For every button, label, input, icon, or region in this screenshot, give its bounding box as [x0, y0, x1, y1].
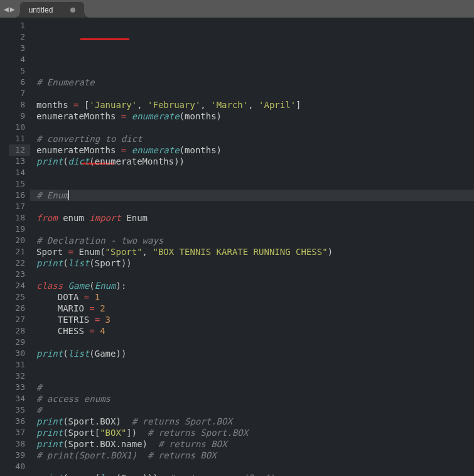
code-line[interactable] [30, 359, 474, 371]
line-number[interactable]: 31 [9, 359, 30, 371]
dirty-indicator-icon [70, 8, 75, 13]
code-line[interactable]: # [30, 382, 474, 393]
editor-area[interactable]: 1234567891011121314151617181920212223242… [0, 18, 474, 476]
code-line[interactable]: # print(Sport.BOX1) # returns BOX [30, 450, 474, 461]
line-number[interactable]: 6 [9, 77, 30, 88]
code-line[interactable] [30, 337, 474, 348]
line-number[interactable]: 22 [9, 257, 30, 269]
file-tab[interactable]: untitled [20, 2, 85, 18]
line-number[interactable]: 34 [9, 393, 30, 404]
code-line[interactable] [30, 201, 474, 212]
line-number[interactable]: 10 [9, 122, 30, 133]
code-line[interactable] [30, 371, 474, 382]
line-number[interactable]: 16 [9, 190, 30, 201]
code-line[interactable]: # Enum [30, 190, 474, 201]
annotation-underline [80, 38, 129, 40]
line-number[interactable]: 3 [9, 43, 30, 54]
code-line[interactable] [30, 88, 474, 99]
line-number[interactable]: 14 [9, 167, 30, 178]
code-line[interactable] [30, 224, 474, 235]
code-line[interactable]: TETRIS = 3 [30, 314, 474, 325]
tab-title: untitled [29, 6, 53, 14]
line-number[interactable]: 17 [9, 201, 30, 212]
code-line[interactable] [30, 167, 474, 178]
line-number[interactable]: 28 [9, 325, 30, 337]
line-number[interactable]: 19 [9, 224, 30, 235]
code-content[interactable]: # Enumeratemonths = ['January', 'Februar… [30, 18, 474, 476]
code-line[interactable]: print(range(len(Game))) # return range(0… [30, 472, 474, 476]
code-line[interactable]: # converting to dict [30, 133, 474, 144]
line-number[interactable]: 33 [9, 382, 30, 393]
line-number[interactable]: 38 [9, 438, 30, 450]
line-number[interactable]: 11 [9, 133, 30, 144]
code-line[interactable]: print(dict(enumerateMonths)) [30, 156, 474, 167]
code-line[interactable]: DOTA = 1 [30, 291, 474, 303]
line-number[interactable]: 23 [9, 269, 30, 280]
code-line[interactable]: print(list(Sport)) [30, 257, 474, 269]
line-number[interactable]: 5 [9, 65, 30, 77]
code-line[interactable]: CHESS = 4 [30, 325, 474, 337]
text-cursor [68, 190, 69, 200]
line-number[interactable]: 20 [9, 235, 30, 246]
code-line[interactable]: print(Sport.BOX.name) # returns BOX [30, 438, 474, 450]
code-line[interactable]: # [30, 404, 474, 416]
line-number[interactable]: 36 [9, 416, 30, 427]
breakpoint-gutter[interactable] [0, 18, 9, 476]
code-line[interactable] [30, 461, 474, 472]
tab-bar: ◀ ▶ untitled [0, 0, 474, 18]
line-number[interactable]: 30 [9, 348, 30, 359]
code-line[interactable] [30, 178, 474, 190]
line-number[interactable]: 26 [9, 303, 30, 314]
code-line[interactable]: # Declaration - two ways [30, 235, 474, 246]
line-number[interactable]: 12 [9, 144, 30, 156]
code-line[interactable] [30, 269, 474, 280]
code-line[interactable]: class Game(Enum): [30, 280, 474, 291]
line-number[interactable]: 32 [9, 371, 30, 382]
line-number[interactable]: 15 [9, 178, 30, 190]
code-line[interactable]: # Enumerate [30, 77, 474, 88]
line-number[interactable]: 13 [9, 156, 30, 167]
line-number[interactable]: 37 [9, 427, 30, 438]
line-number[interactable]: 18 [9, 212, 30, 224]
code-line[interactable] [30, 122, 474, 133]
tab-nav-prev-icon[interactable]: ◀ [4, 4, 9, 14]
code-line[interactable]: print(list(Game)) [30, 348, 474, 359]
line-number[interactable]: 40 [9, 461, 30, 472]
code-line[interactable]: enumerateMonths = enumerate(months) [30, 111, 474, 122]
code-line[interactable]: MARIO = 2 [30, 303, 474, 314]
code-line[interactable] [30, 65, 474, 77]
line-number[interactable]: 24 [9, 280, 30, 291]
line-number[interactable]: 1 [9, 20, 30, 31]
code-line[interactable]: enumerateMonths = enumerate(months) [30, 144, 474, 156]
line-number[interactable]: 2 [9, 31, 30, 43]
code-line[interactable]: from enum import Enum [30, 212, 474, 224]
line-number[interactable]: 7 [9, 88, 30, 99]
line-number-gutter[interactable]: 1234567891011121314151617181920212223242… [9, 18, 30, 476]
code-line[interactable]: months = ['January', 'February', 'March'… [30, 99, 474, 111]
line-number[interactable]: 9 [9, 111, 30, 122]
line-number[interactable]: 8 [9, 99, 30, 111]
line-number[interactable]: 4 [9, 54, 30, 65]
line-number[interactable]: 29 [9, 337, 30, 348]
line-number[interactable]: 25 [9, 291, 30, 303]
line-number[interactable]: 35 [9, 404, 30, 416]
code-line[interactable]: print(Sport.BOX) # returns Sport.BOX [30, 416, 474, 427]
line-number[interactable]: 27 [9, 314, 30, 325]
code-line[interactable]: print(Sport["BOX"]) # returns Sport.BOX [30, 427, 474, 438]
code-line[interactable]: # access enums [30, 393, 474, 404]
code-line[interactable]: Sport = Enum("Sport", "BOX TENNIS KARATE… [30, 246, 474, 257]
line-number[interactable]: 39 [9, 450, 30, 461]
line-number[interactable]: 21 [9, 246, 30, 257]
